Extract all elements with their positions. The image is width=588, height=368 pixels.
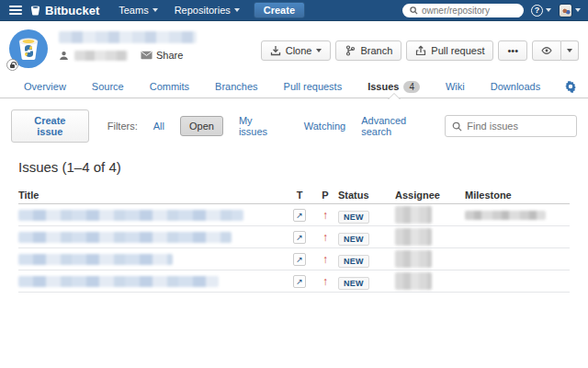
filter-open[interactable]: Open: [180, 116, 223, 136]
help-icon: ?: [531, 5, 543, 17]
download-icon: [270, 45, 281, 56]
share-link[interactable]: Share: [141, 50, 183, 61]
bitbucket-logo[interactable]: Bitbucket: [29, 4, 99, 17]
issue-row[interactable]: ↗ ↑ NEW: [18, 270, 570, 293]
priority-major-icon: ↑: [322, 232, 328, 243]
tab-label: Source: [92, 81, 124, 92]
tab-label: Overview: [24, 81, 66, 92]
avatar: [559, 4, 572, 17]
status-badge: NEW: [338, 255, 369, 268]
issue-type-enhancement-icon: ↗: [293, 231, 306, 244]
issue-type-enhancement-icon: ↗: [293, 253, 306, 266]
find-issues-box[interactable]: [445, 115, 577, 137]
repo-settings-gear-icon[interactable]: [564, 80, 577, 93]
tab-label: Issues: [368, 81, 399, 92]
tab-issues[interactable]: Issues 4: [355, 75, 433, 98]
tab-label: Wiki: [446, 81, 465, 92]
assignee-redacted: [395, 250, 432, 268]
search-icon: [410, 6, 418, 15]
global-search[interactable]: [402, 4, 524, 17]
tab-downloads[interactable]: Downloads: [478, 75, 553, 98]
branch-button[interactable]: Branch: [335, 40, 401, 61]
nav-menu-repositories[interactable]: Repositories: [166, 0, 248, 21]
tab-wiki[interactable]: Wiki: [433, 75, 478, 98]
chevron-down-icon: [575, 8, 581, 12]
tab-label: Branches: [215, 81, 257, 92]
tab-commits[interactable]: Commits: [137, 75, 202, 98]
filters-label: Filters:: [107, 121, 138, 132]
create-issue-button[interactable]: Create issue: [11, 109, 89, 143]
filter-my-issues[interactable]: My issues: [232, 111, 288, 141]
assignee-redacted: [395, 206, 432, 224]
clone-button[interactable]: Clone: [261, 40, 332, 61]
eye-icon: [541, 45, 552, 56]
repo-tabs: Overview Source Commits Branches Pull re…: [0, 75, 588, 98]
repo-header: Share Clone Branch Pull request •••: [0, 21, 588, 75]
col-title: Title: [18, 190, 287, 201]
advanced-search-link[interactable]: Advanced search: [361, 115, 435, 137]
repositories-label: Repositories: [175, 5, 231, 16]
repo-actions: Clone Branch Pull request •••: [261, 29, 579, 61]
filter-watching[interactable]: Watching: [298, 117, 352, 135]
repo-owner-redacted: [74, 51, 128, 61]
watch-dropdown-button[interactable]: [561, 40, 579, 61]
tab-overview[interactable]: Overview: [11, 75, 79, 98]
nav-menu-teams[interactable]: Teams: [110, 0, 165, 21]
global-search-input[interactable]: [422, 6, 516, 16]
issues-count-badge: 4: [403, 81, 420, 93]
tab-source[interactable]: Source: [79, 75, 137, 98]
milestone-redacted: [465, 211, 546, 220]
filter-all[interactable]: All: [147, 117, 171, 135]
issue-title-redacted[interactable]: [18, 232, 232, 243]
priority-major-icon: ↑: [322, 276, 328, 287]
person-icon: [59, 51, 69, 61]
watch-button[interactable]: [532, 40, 561, 61]
bucket-icon: [29, 5, 41, 17]
issue-type-enhancement-icon: ↗: [293, 209, 306, 222]
watch-button-group: [532, 40, 579, 61]
python-bucket-logo: [17, 36, 40, 62]
repo-avatar: [9, 29, 48, 68]
chevron-down-icon: [546, 8, 551, 12]
col-type: T: [287, 190, 312, 201]
pull-request-icon: [415, 45, 426, 56]
share-label: Share: [156, 50, 183, 61]
tab-label: Downloads: [491, 81, 540, 92]
issues-filter-bar: Create issue Filters: All Open My issues…: [0, 98, 588, 152]
clone-label: Clone: [286, 45, 312, 56]
priority-major-icon: ↑: [322, 254, 328, 265]
issues-heading: Issues (1–4 of 4): [0, 152, 588, 177]
branch-icon: [345, 45, 356, 56]
envelope-icon: [141, 51, 153, 60]
more-actions-button[interactable]: •••: [498, 40, 527, 61]
issue-title-redacted[interactable]: [18, 276, 219, 287]
hamburger-menu-icon[interactable]: [9, 6, 22, 15]
tab-label: Commits: [150, 81, 189, 92]
search-icon: [452, 121, 462, 132]
nav-right-group: ?: [402, 4, 581, 17]
repo-name-redacted: [59, 31, 197, 43]
issues-table: Title T P Status Assignee Milestone ↗ ↑ …: [18, 186, 570, 293]
issue-title-redacted[interactable]: [18, 210, 243, 221]
col-status: Status: [338, 190, 395, 201]
chevron-down-icon: [234, 8, 240, 12]
issue-row[interactable]: ↗ ↑ NEW: [18, 226, 570, 248]
issues-table-header: Title T P Status Assignee Milestone: [18, 186, 570, 204]
pull-request-button[interactable]: Pull request: [406, 40, 493, 61]
help-menu[interactable]: ?: [531, 5, 551, 17]
assignee-redacted: [395, 228, 432, 246]
find-issues-input[interactable]: [467, 121, 570, 132]
tab-label: Pull requests: [284, 81, 343, 92]
issue-row[interactable]: ↗ ↑ NEW: [18, 248, 570, 270]
issue-row[interactable]: ↗ ↑ NEW: [18, 204, 570, 226]
priority-major-icon: ↑: [322, 210, 328, 221]
issue-title-redacted[interactable]: [18, 254, 173, 265]
pull-request-label: Pull request: [431, 45, 484, 56]
brand-name: Bitbucket: [45, 4, 99, 17]
chevron-down-icon: [316, 49, 322, 52]
tab-branches[interactable]: Branches: [202, 75, 270, 98]
col-milestone: Milestone: [465, 190, 570, 201]
tab-pull-requests[interactable]: Pull requests: [271, 75, 356, 98]
user-menu[interactable]: [559, 4, 581, 17]
create-button[interactable]: Create: [254, 2, 305, 18]
